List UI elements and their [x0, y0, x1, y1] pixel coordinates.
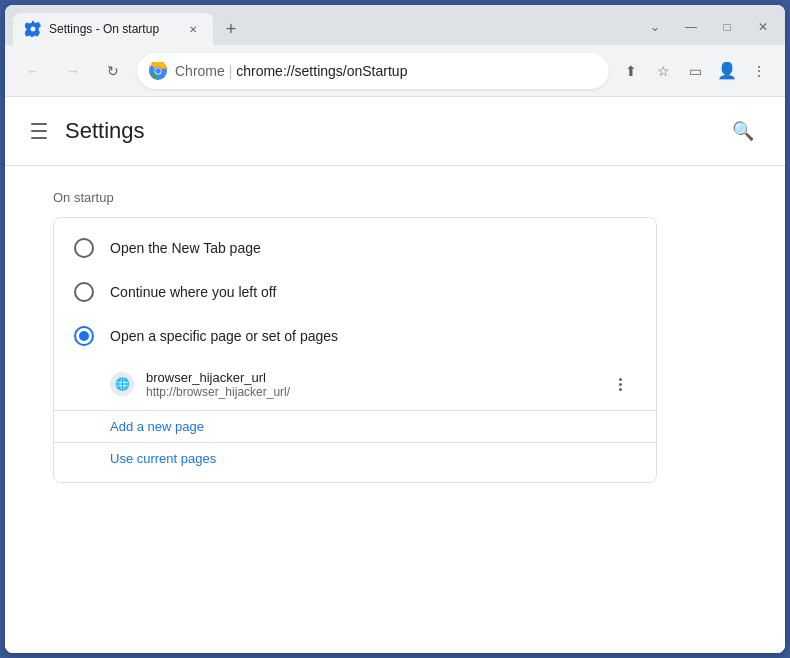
address-bar: ← → ↻ Chrome | chro	[5, 45, 785, 97]
share-button[interactable]: ⬆	[617, 57, 645, 85]
bookmark-icon: ☆	[657, 63, 670, 79]
address-actions: ⬆ ☆ ▭ 👤 ⋮	[617, 57, 773, 85]
radio-button-continue[interactable]	[74, 282, 94, 302]
radio-option-continue[interactable]: Continue where you left off	[54, 270, 656, 314]
chrome-label: Chrome	[175, 63, 225, 79]
use-current-pages-link[interactable]: Use current pages	[54, 443, 656, 474]
chrome-logo-icon	[149, 62, 167, 80]
radio-label-specific: Open a specific page or set of pages	[110, 328, 338, 344]
hamburger-line	[31, 130, 47, 132]
radio-button-specific[interactable]	[74, 326, 94, 346]
tab-title: Settings - On startup	[49, 22, 177, 36]
radio-option-specific[interactable]: Open a specific page or set of pages	[54, 314, 656, 358]
url-name: browser_hijacker_url	[146, 370, 592, 385]
settings-header-left: Settings	[29, 118, 145, 144]
section-title: On startup	[53, 190, 657, 205]
search-button[interactable]: 🔍	[725, 113, 761, 149]
more-dot	[619, 388, 622, 391]
add-new-page-link[interactable]: Add a new page	[54, 411, 656, 442]
settings-header: Settings 🔍	[5, 97, 785, 166]
startup-options-card: Open the New Tab page Continue where you…	[53, 217, 657, 483]
maximize-button[interactable]: □	[713, 17, 741, 37]
url-address: http://browser_hijacker_url/	[146, 385, 592, 399]
more-dot	[619, 378, 622, 381]
tab-strip: Settings - On startup ✕ +	[13, 13, 633, 45]
forward-icon: →	[66, 63, 80, 79]
close-button[interactable]: ✕	[749, 17, 777, 37]
profile-icon: 👤	[717, 61, 737, 80]
title-bar: Settings - On startup ✕ + ⌄ — □ ✕	[5, 5, 785, 45]
more-options-icon: ⋮	[752, 63, 766, 79]
tab-favicon	[25, 21, 41, 37]
more-dot	[619, 383, 622, 386]
settings-page: Settings 🔍 On startup Open the New Tab p…	[5, 97, 785, 653]
minimize-button[interactable]: —	[677, 17, 705, 37]
address-input-wrap[interactable]: Chrome | chrome://settings/onStartup	[137, 53, 609, 89]
reload-button[interactable]: ↻	[97, 55, 129, 87]
window-controls: ⌄ — □ ✕	[641, 17, 777, 37]
reload-icon: ↻	[107, 63, 119, 79]
bookmark-button[interactable]: ☆	[649, 57, 677, 85]
svg-point-2	[155, 68, 161, 74]
url-text: chrome://settings/onStartup	[236, 63, 407, 79]
content-area: Settings 🔍 On startup Open the New Tab p…	[5, 97, 785, 653]
sidebar-button[interactable]: ▭	[681, 57, 709, 85]
url-globe-icon: 🌐	[110, 372, 134, 396]
share-icon: ⬆	[625, 63, 637, 79]
hamburger-line	[31, 137, 47, 139]
browser-window: Settings - On startup ✕ + ⌄ — □ ✕ ← → ↻	[5, 5, 785, 653]
radio-button-new-tab[interactable]	[74, 238, 94, 258]
back-icon: ←	[26, 63, 40, 79]
profile-button[interactable]: 👤	[713, 57, 741, 85]
back-button[interactable]: ←	[17, 55, 49, 87]
settings-content: On startup Open the New Tab page Continu…	[5, 166, 705, 507]
url-entry: 🌐 browser_hijacker_url http://browser_hi…	[54, 358, 656, 410]
search-icon: 🔍	[732, 120, 754, 142]
radio-label-new-tab: Open the New Tab page	[110, 240, 261, 256]
url-more-button[interactable]	[604, 368, 636, 400]
hamburger-line	[31, 123, 47, 125]
chevron-down-icon[interactable]: ⌄	[641, 17, 669, 37]
page-title: Settings	[65, 118, 145, 144]
new-tab-button[interactable]: +	[217, 15, 245, 43]
tab-close-btn[interactable]: ✕	[185, 21, 201, 37]
url-info: browser_hijacker_url http://browser_hija…	[146, 370, 592, 399]
active-tab[interactable]: Settings - On startup ✕	[13, 13, 213, 45]
more-options-button[interactable]: ⋮	[745, 57, 773, 85]
radio-label-continue: Continue where you left off	[110, 284, 276, 300]
sidebar-icon: ▭	[689, 63, 702, 79]
menu-button[interactable]	[29, 121, 49, 141]
address-text: Chrome | chrome://settings/onStartup	[175, 63, 597, 79]
radio-dot-specific	[79, 331, 89, 341]
forward-button[interactable]: →	[57, 55, 89, 87]
radio-option-new-tab[interactable]: Open the New Tab page	[54, 226, 656, 270]
settings-body: On startup Open the New Tab page Continu…	[5, 166, 785, 507]
